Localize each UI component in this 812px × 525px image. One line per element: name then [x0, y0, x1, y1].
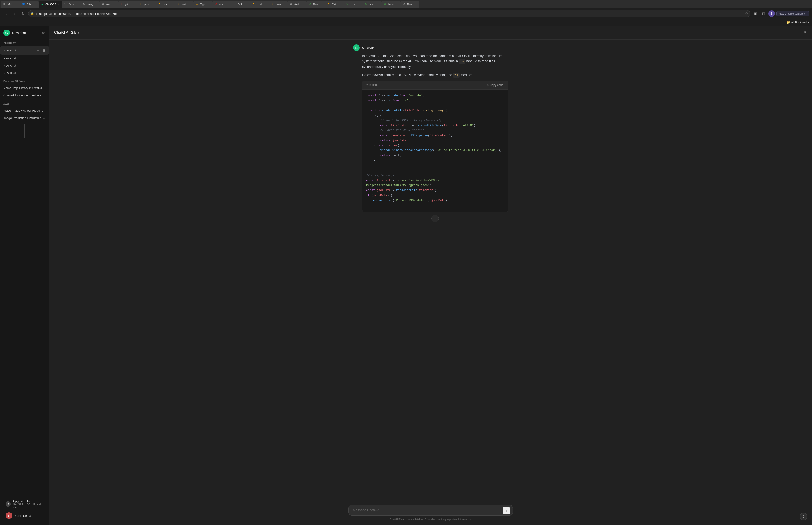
tab-type[interactable]: ★ type... [156, 1, 175, 8]
sidebar-toggle-button[interactable]: ⊟ [760, 10, 767, 17]
message-sender-name: ChatGPT [362, 46, 376, 49]
tab-favicon-typ2: ★ [196, 3, 199, 6]
tab-favicon-run: ⬡ [309, 3, 312, 6]
code-line-12: return null; [366, 153, 504, 158]
chat-item-delete-button[interactable]: 🗑 [41, 48, 46, 52]
section-30days-label: Previous 30 Days [3, 80, 46, 82]
forward-button[interactable]: › [11, 10, 18, 17]
extensions-button[interactable]: ⊞ [752, 10, 759, 17]
chat-item-2023-0[interactable]: Place Image Without Floating [0, 107, 49, 114]
tab-chatgpt[interactable]: ★ ChatGPT ✕ [39, 1, 62, 8]
section-2023-label: 2023 [3, 102, 46, 105]
chat-item-text-yesterday-2: New chat [3, 64, 46, 67]
tab-and[interactable]: ⬡ And... [288, 1, 306, 8]
tab-favicon-fanu: ⬡ [64, 3, 68, 6]
chat-item-yesterday-2[interactable]: New chat [0, 62, 49, 69]
sidebar-bottom: ⬆ Upgrade plan Get GPT-4, DALLE, and mor… [0, 495, 49, 523]
chrome-available-notice[interactable]: New Chrome available › [776, 11, 809, 16]
tab-how[interactable]: ★ How... [269, 1, 288, 8]
tab-run[interactable]: ⬡ Run... [306, 1, 325, 8]
chat-messages: G ChatGPT In a Visual Studio Code extens… [49, 40, 812, 502]
upgrade-subtitle: Get GPT-4, DALLE, and more [13, 503, 44, 509]
copy-icon: ⧉ [487, 84, 489, 87]
address-input[interactable] [28, 10, 750, 17]
code-line-16: const filePath = '/Users/saniasinha/VSCo… [366, 178, 504, 188]
message-paragraph-1: In a Visual Studio Code extension, you c… [362, 53, 508, 70]
user-profile-button[interactable]: SI Sania Sinha [3, 510, 46, 521]
tab-other[interactable]: 🔵 Othe... [20, 1, 39, 8]
tab-new[interactable]: ⬡ New... [382, 1, 400, 8]
profile-button[interactable]: S [768, 10, 775, 17]
tab-uzal[interactable]: ⬡ uzal... [99, 1, 119, 8]
tab-favicon-inst: ★ [177, 3, 181, 6]
scroll-down-button[interactable]: ↓ [431, 215, 439, 222]
chat-item-yesterday-0[interactable]: New chat ··· 🗑 [0, 46, 49, 55]
back-button[interactable]: ‹ [3, 10, 10, 17]
tab-imag[interactable]: ⬡ Imag... [81, 1, 99, 8]
tab-undc[interactable]: ★ Und... [250, 1, 269, 8]
tab-fanu[interactable]: ⬡ fanu... [62, 1, 81, 8]
tab-exte[interactable]: ★ Exte... [325, 1, 344, 8]
tab-favicon-yeor: ★ [140, 3, 143, 6]
tab-yeor[interactable]: ★ yeor... [137, 1, 156, 8]
chat-item-yesterday-3[interactable]: New chat [0, 69, 49, 76]
app-layout: G New chat ✏ Yesterday New chat ··· 🗑 Ne… [0, 26, 812, 525]
chat-header: ChatGPT 3.5 ▾ ↗ [49, 26, 812, 40]
tab-favicon-exte: ★ [327, 3, 331, 6]
code-line-9: return jsonData; [366, 138, 504, 143]
model-chevron-icon: ▾ [78, 31, 79, 34]
tab-title-inst: Inst... [182, 3, 188, 6]
tab-snip[interactable]: ⬡ Snip... [231, 1, 250, 8]
chat-item-more-button[interactable]: ··· [36, 48, 41, 52]
code-block: typescript ⧉ Copy code import * as vscod… [362, 80, 508, 212]
tab-vis[interactable]: ⬡ vis... [363, 1, 382, 8]
tab-close-chatgpt[interactable]: ✕ [57, 3, 60, 6]
upgrade-plan-button[interactable]: ⬆ Upgrade plan Get GPT-4, DALLE, and mor… [3, 497, 46, 510]
copy-code-button[interactable]: ⧉ Copy code [485, 83, 505, 87]
tab-title-how: How... [276, 3, 283, 6]
chat-item-30d-1[interactable]: Convert Incidence to Adjacency [0, 92, 49, 99]
tab-title-vis: vis... [370, 3, 375, 6]
share-button[interactable]: ↗ [802, 29, 807, 36]
chat-item-2023-1[interactable]: Image Prediction Evaluation Metric [0, 114, 49, 121]
chatgpt-message: G ChatGPT In a Visual Studio Code extens… [349, 44, 513, 222]
tab-mail[interactable]: ✉ Mail [1, 1, 20, 8]
address-wrapper: 🔒 ☆ [28, 10, 750, 17]
chat-message-input[interactable] [349, 505, 513, 515]
message-body: In a Visual Studio Code extension, you c… [353, 53, 508, 222]
send-message-button[interactable]: ↑ [503, 507, 510, 514]
chat-item-text-yesterday-1: New chat [3, 56, 46, 60]
chat-input-wrapper: ↑ [349, 505, 513, 516]
tab-title-other: Othe... [27, 3, 34, 6]
browser-chrome: ✉ Mail 🔵 Othe... ★ ChatGPT ✕ ⬡ fanu... ⬡… [0, 0, 812, 26]
upgrade-title: Upgrade plan [13, 499, 44, 503]
chat-model-selector[interactable]: ChatGPT 3.5 ▾ [54, 31, 79, 35]
tab-inst[interactable]: ★ Inst... [175, 1, 194, 8]
tab-favicon-npm: ⬡ [215, 3, 218, 6]
help-button[interactable]: ? [800, 513, 807, 520]
tab-favicon-mail: ✉ [3, 3, 6, 6]
tab-favicon-and: ⬡ [290, 3, 293, 6]
folder-icon: 📁 [787, 21, 790, 24]
tab-title-snip: Snip... [238, 3, 245, 6]
tab-read[interactable]: ⬡ Rea... [400, 1, 419, 8]
all-bookmarks-button[interactable]: 📁 All Bookmarks [787, 21, 809, 24]
tab-typ2[interactable]: ★ Typ... [194, 1, 212, 8]
chat-input-area: ↑ ChatGPT can make mistakes. Consider ch… [49, 502, 812, 525]
refresh-button[interactable]: ↻ [20, 10, 26, 17]
code-language-label: typescript [366, 83, 378, 87]
code-line-11: vscode.window.showErrorMessage(`Failed t… [366, 148, 504, 153]
tab-colo[interactable]: ⬡ colo... [344, 1, 363, 8]
chat-item-text-2023-1: Image Prediction Evaluation Metric [3, 116, 46, 120]
code-line-10: } catch (error) { [366, 143, 504, 148]
chat-item-yesterday-1[interactable]: New chat [0, 55, 49, 62]
tab-git[interactable]: ★ git... [119, 1, 137, 8]
chat-item-30d-0[interactable]: NameDrop Library in SwiftUI [0, 84, 49, 92]
code-line-4: try { [366, 113, 504, 118]
lock-icon: 🔒 [31, 12, 34, 15]
bookmark-star-icon[interactable]: ☆ [745, 12, 748, 15]
tab-npm[interactable]: ⬡ npm [212, 1, 231, 8]
tab-title-exte: Exte... [332, 3, 339, 6]
new-chat-edit-button[interactable]: ✏ [41, 30, 46, 36]
new-tab-button[interactable]: + [419, 2, 425, 7]
